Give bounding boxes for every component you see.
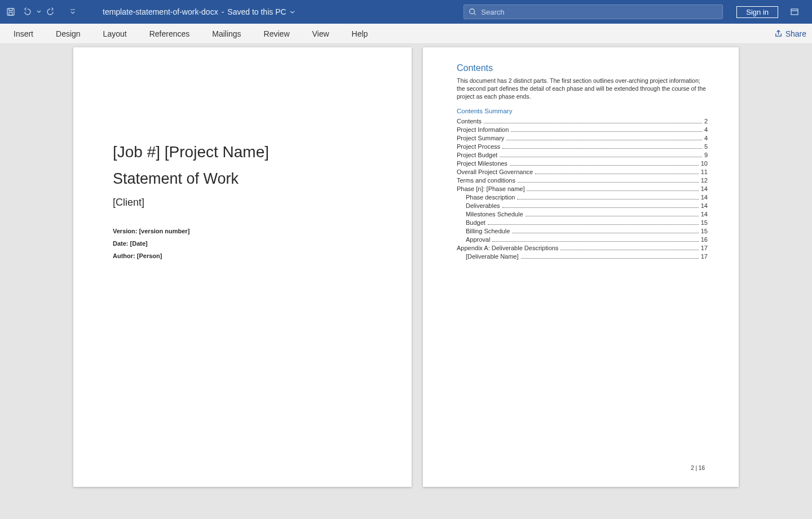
share-button[interactable]: Share xyxy=(769,29,812,38)
save-status[interactable]: Saved to this PC xyxy=(227,7,286,16)
doc-meta-author[interactable]: Author: [Person] xyxy=(113,252,372,259)
sign-in-button[interactable]: Sign in xyxy=(736,6,778,18)
toc-leader-dots xyxy=(561,250,698,250)
toc-leader-dots xyxy=(488,224,699,225)
ribbon-tabs: InsertDesignLayoutReferencesMailingsRevi… xyxy=(0,24,812,44)
search-box[interactable] xyxy=(464,5,723,19)
toc-row[interactable]: Approval16 xyxy=(457,236,708,243)
tab-review[interactable]: Review xyxy=(253,24,301,43)
doc-meta-date[interactable]: Date: [Date] xyxy=(113,240,372,247)
toc-label: Project Summary xyxy=(457,135,504,141)
toc-page-number: 15 xyxy=(701,228,708,234)
status-dropdown-icon[interactable] xyxy=(290,10,295,15)
share-icon xyxy=(774,29,783,38)
doc-h2[interactable]: Statement of Work xyxy=(113,170,372,188)
tab-help[interactable]: Help xyxy=(341,24,379,43)
toc-page-number: 15 xyxy=(701,219,708,226)
toc-leader-dots xyxy=(517,199,698,199)
toc-row[interactable]: Project Process5 xyxy=(457,143,708,150)
svg-rect-3 xyxy=(791,9,798,15)
toc-row[interactable]: Project Milestones10 xyxy=(457,160,708,167)
toc-page-number: 12 xyxy=(701,177,708,184)
redo-icon[interactable] xyxy=(44,5,59,19)
toc-leader-dots xyxy=(511,131,702,132)
undo-dropdown-icon[interactable] xyxy=(35,5,43,19)
toc-label: Project Process xyxy=(457,143,500,150)
svg-rect-1 xyxy=(9,12,12,15)
toc-row[interactable]: Milestones Schedule14 xyxy=(457,211,708,218)
toc-page-number: 17 xyxy=(701,245,708,251)
qat-customize-icon[interactable] xyxy=(65,5,80,19)
document-title: template-statement-of-work-docx - Saved … xyxy=(103,7,295,16)
toc-page-number: 4 xyxy=(704,135,708,141)
toc-row[interactable]: Project Summary4 xyxy=(457,135,708,141)
toc-label: Terms and conditions xyxy=(457,177,515,184)
search-input[interactable] xyxy=(481,8,718,16)
document-canvas[interactable]: [Job #] [Project Name] Statement of Work… xyxy=(0,44,812,519)
toc-leader-dots xyxy=(500,157,702,157)
toc-leader-dots xyxy=(492,241,698,242)
toc-label: Approval xyxy=(466,236,490,243)
title-bar: template-statement-of-work-docx - Saved … xyxy=(0,0,812,24)
toc-row[interactable]: Budget15 xyxy=(457,219,708,226)
toc-leader-dots xyxy=(521,258,699,259)
toc-label: Project Budget xyxy=(457,152,497,158)
toc-leader-dots xyxy=(506,140,702,140)
tab-design[interactable]: Design xyxy=(45,24,92,43)
doc-meta-version[interactable]: Version: [version number] xyxy=(113,228,372,234)
tab-insert[interactable]: Insert xyxy=(2,24,45,43)
save-icon[interactable] xyxy=(3,5,18,19)
toc-label: Phase description xyxy=(466,194,515,201)
toc-page-number: 4 xyxy=(704,126,708,133)
toc-page-number: 14 xyxy=(701,194,708,201)
contents-intro[interactable]: This document has 2 distinct parts. The … xyxy=(457,77,708,101)
toc-page-number: 9 xyxy=(704,152,708,158)
toc-label: Milestones Schedule xyxy=(466,211,523,218)
toc-row[interactable]: Contents2 xyxy=(457,118,708,125)
toc-label: Phase [n]: [Phase name] xyxy=(457,185,524,192)
titlebar-right: Sign in xyxy=(723,5,812,19)
toc-row[interactable]: [Deliverable Name]17 xyxy=(457,253,708,260)
doc-h3[interactable]: [Client] xyxy=(113,197,372,209)
toc-row[interactable]: Terms and conditions12 xyxy=(457,177,708,184)
toc-page-number: 17 xyxy=(701,253,708,260)
search-icon xyxy=(469,8,476,16)
page-footer: 2 | 16 xyxy=(691,465,705,471)
toc-row[interactable]: Project Budget9 xyxy=(457,152,708,158)
toc-row[interactable]: Project Information4 xyxy=(457,126,708,133)
toc-row[interactable]: Billing Schedule15 xyxy=(457,228,708,234)
toc-label: Project Milestones xyxy=(457,160,508,167)
contents-summary-heading[interactable]: Contents Summary xyxy=(457,108,708,114)
tab-view[interactable]: View xyxy=(301,24,341,43)
toc-row[interactable]: Overall Project Governance11 xyxy=(457,168,708,175)
toc-row[interactable]: Phase description14 xyxy=(457,194,708,201)
tab-references[interactable]: References xyxy=(138,24,201,43)
toc-page-number: 11 xyxy=(701,168,708,175)
toc-row[interactable]: Deliverables14 xyxy=(457,202,708,209)
toc-row[interactable]: Appendix A: Deliverable Descriptions17 xyxy=(457,245,708,251)
page-2[interactable]: Contents This document has 2 distinct pa… xyxy=(423,47,739,487)
ribbon-display-options-icon[interactable] xyxy=(787,5,802,19)
contents-heading[interactable]: Contents xyxy=(457,63,708,73)
doc-h1[interactable]: [Job #] [Project Name] xyxy=(113,143,372,161)
toc-label: Budget xyxy=(466,219,486,226)
toc-label: Overall Project Governance xyxy=(457,168,533,175)
filename: template-statement-of-work-docx xyxy=(103,7,218,16)
toc-label: Billing Schedule xyxy=(466,228,510,234)
toc-leader-dots xyxy=(502,207,699,208)
tab-layout[interactable]: Layout xyxy=(92,24,138,43)
toc-label: Contents xyxy=(457,118,482,125)
toc-page-number: 16 xyxy=(701,236,708,243)
toc-label: Project Information xyxy=(457,126,509,133)
toc[interactable]: Contents2Project Information4Project Sum… xyxy=(457,118,708,260)
tab-mailings[interactable]: Mailings xyxy=(201,24,252,43)
undo-icon[interactable] xyxy=(19,5,34,19)
toc-row[interactable]: Phase [n]: [Phase name]14 xyxy=(457,185,708,192)
toc-leader-dots xyxy=(512,233,698,233)
toc-leader-dots xyxy=(510,165,699,166)
toc-leader-dots xyxy=(502,148,702,149)
page-1[interactable]: [Job #] [Project Name] Statement of Work… xyxy=(73,47,412,487)
toc-label: Deliverables xyxy=(466,202,500,209)
quick-access-toolbar xyxy=(0,5,80,19)
svg-rect-0 xyxy=(7,8,14,15)
